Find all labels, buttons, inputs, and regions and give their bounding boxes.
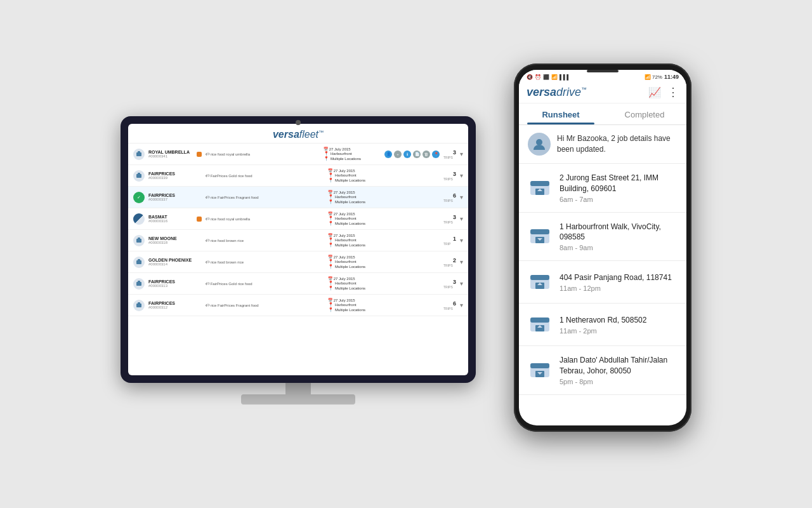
delivery-row[interactable]: Jalan Dato' Abdullah Tahir/Jalan Tebrau,…	[519, 346, 686, 395]
action-info-icon[interactable]: ℹ	[403, 150, 411, 158]
phone-logo-light: drive	[556, 86, 581, 98]
tab-runsheet[interactable]: Runsheet	[519, 104, 603, 124]
svg-rect-5	[138, 237, 140, 239]
row-company: FAIRPRICES #00000312	[148, 301, 193, 309]
row-loc2: 📍 Multiple Locations	[328, 178, 385, 183]
row-count: 6	[443, 300, 456, 307]
phone-logo-tm: ™	[581, 86, 587, 93]
logo-tm: ™	[318, 130, 324, 135]
row-date: 📅 27 July 2015	[328, 255, 385, 259]
row-expand-icon[interactable]: ▾	[460, 150, 463, 157]
row-company: GOLDEN PHOENIXE #00000314	[148, 258, 193, 266]
row-count-label: TRIPS	[443, 156, 456, 159]
desktop-row[interactable]: ✓ FAIRPRICES #00000337 🏷 rice FairPrices…	[128, 187, 468, 208]
row-loc2: 📍 Multiple Locations	[328, 243, 385, 248]
row-loc2: 📍 Multiple Locations	[324, 156, 381, 161]
row-count-label: TRIPS	[443, 177, 456, 181]
svg-rect-11	[138, 302, 140, 304]
status-left-icons: 🔇 ⏰ ⬛ 📶 ▌▌▌	[527, 74, 570, 80]
row-date: 📅 27 July 2015	[328, 298, 385, 302]
action-del-icon[interactable]: 🗑	[422, 150, 430, 158]
row-loc2: 📍 Multiple Locations	[328, 199, 385, 204]
row-count-wrapper: 1 TRIP	[443, 236, 456, 246]
row-count-label: TRIPS	[443, 220, 456, 224]
row-count: 3	[443, 214, 456, 220]
row-date: 📅 27 July 2015	[328, 168, 385, 173]
row-date: 📅 27 July 2015	[328, 276, 385, 281]
desktop-row[interactable]: GOLDEN PHOENIXE #00000314 🏷 rice food br…	[128, 251, 468, 273]
row-count-label: TRIPS	[443, 307, 456, 311]
row-date: 📅 27 July 2015	[328, 211, 385, 216]
row-date: 📅 27 July 2015	[324, 147, 381, 151]
desktop-row[interactable]: FAIRPRICES #00000312 🏷 rice FairPrices F…	[128, 295, 468, 316]
row-expand-icon[interactable]: ▾	[460, 172, 463, 179]
row-company-id: #00000339	[148, 176, 193, 180]
logo-light: fleet	[299, 129, 318, 140]
row-count-wrapper: 3 TRIPS	[443, 279, 456, 289]
row-loc1: 📍 Harbourfront	[328, 281, 385, 286]
action-people-icon[interactable]: 👤	[384, 150, 392, 158]
row-tags: 🏷 rice FairPrices Fragrant food	[206, 196, 324, 199]
tab-completed[interactable]: Completed	[603, 104, 686, 124]
phone-logo: versadrive™	[527, 86, 587, 99]
row-company-id: #00000313	[148, 284, 193, 288]
delivery-type-icon	[528, 176, 552, 200]
action-doc-icon[interactable]: 📄	[413, 150, 421, 158]
row-company-name: NEW MOONE	[148, 236, 193, 241]
notif-avatar	[528, 133, 551, 156]
status-right: 📶 72% 11:49	[645, 74, 679, 80]
delivery-address: 1 Netheravon Rd, 508502	[560, 315, 678, 326]
row-icon	[133, 257, 145, 268]
action-map-icon[interactable]: 📍	[432, 150, 440, 158]
row-loc1: 📍 Harbourfront	[328, 216, 385, 221]
desktop-row[interactable]: FAIRPRICES #00000313 🏷 FairPrices Gold r…	[128, 273, 468, 295]
row-company-id: #00000316	[148, 219, 193, 223]
phone-frame: 🔇 ⏰ ⬛ 📶 ▌▌▌ 📶 72% 11:49 versadrive™ 📈	[514, 64, 691, 432]
row-count-label: TRIPS	[443, 264, 456, 267]
desktop-row[interactable]: FAIRPRICES #00000339 🏷 FairPrices Gold r…	[128, 165, 468, 187]
row-tags: 🏷 rice food brown rice	[206, 239, 324, 243]
row-count-label: TRIPS	[443, 285, 456, 289]
row-actions: 👤 + ℹ 📄 🗑 📍	[384, 150, 440, 158]
delivery-address: 1 Harbourfront Walk, VivoCity, 098585	[560, 222, 678, 243]
row-expand-icon[interactable]: ▾	[460, 215, 463, 222]
row-count: 3	[443, 149, 456, 156]
row-date: 📅 27 July 2015	[328, 233, 385, 237]
trending-icon[interactable]: 📈	[648, 86, 661, 98]
row-count-wrapper: 3 TRIPS	[443, 171, 456, 181]
desktop-row[interactable]: NEW MOONE #00000318 🏷 rice food brown ri…	[128, 230, 468, 251]
row-date-info: 📅 27 July 2015 📍 Harbourfront 📍 Multiple…	[328, 298, 385, 312]
desktop-row[interactable]: BASMAT #00000316 🏷 rice food royal umbre…	[128, 208, 468, 230]
row-company: NEW MOONE #00000318	[148, 236, 193, 244]
svg-point-12	[536, 139, 542, 145]
row-expand-icon[interactable]: ▾	[460, 280, 463, 287]
row-expand-icon[interactable]: ▾	[460, 302, 463, 309]
row-company-name: ROYAL UMBRELLA	[148, 150, 193, 154]
row-expand-icon[interactable]: ▾	[460, 194, 463, 201]
row-company-name: BASMAT	[148, 215, 193, 219]
row-expand-icon[interactable]: ▾	[460, 258, 463, 265]
more-options-icon[interactable]: ⋮	[667, 85, 679, 99]
row-tags: 🏷 rice food royal umbrella	[206, 217, 324, 221]
delivery-info: 1 Netheravon Rd, 508502 11am - 2pm	[560, 315, 678, 335]
row-expand-icon[interactable]: ▾	[460, 237, 463, 244]
svg-rect-18	[530, 229, 549, 234]
row-count: 3	[443, 171, 456, 177]
row-count: 2	[443, 257, 456, 264]
row-date-info: 📅 27 July 2015 📍 Harbourfront 📍 Multiple…	[328, 168, 385, 183]
row-check-icon: ✓	[133, 192, 145, 203]
row-loc1: 📍 Harbourfront	[328, 259, 385, 264]
delivery-row[interactable]: 404 Pasir Panjang Road, 118741 11am - 12…	[519, 261, 686, 304]
delivery-address: Jalan Dato' Abdullah Tahir/Jalan Tebrau,…	[560, 355, 678, 377]
row-company-id: #00000312	[148, 305, 193, 309]
row-count: 6	[443, 192, 456, 199]
row-count-label: TRIP	[443, 242, 456, 246]
delivery-row[interactable]: 1 Netheravon Rd, 508502 11am - 2pm	[519, 304, 686, 346]
action-add-icon[interactable]: +	[394, 150, 402, 158]
delivery-row[interactable]: 2 Jurong East Street 21, IMM Building, 6…	[519, 164, 686, 213]
desktop-row[interactable]: ROYAL UMBRELLA #00000341 🏷 rice food roy…	[128, 144, 468, 165]
delivery-info: 2 Jurong East Street 21, IMM Building, 6…	[560, 173, 678, 203]
delivery-type-icon	[528, 270, 552, 294]
delivery-row[interactable]: 1 Harbourfront Walk, VivoCity, 098585 8a…	[519, 213, 686, 262]
phone-tabs: Runsheet Completed	[519, 104, 686, 125]
